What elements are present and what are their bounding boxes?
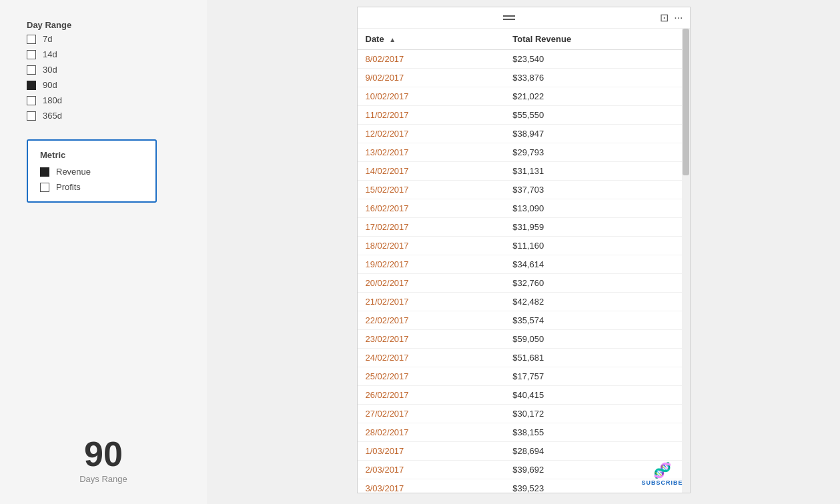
toolbar-lines-icon [503, 15, 515, 20]
right-panel: ⊡ ··· Date ▲ Total Revenue 8/02/2017$23,… [207, 0, 840, 504]
subscribe-badge: 🧬 SUBSCRIBE [641, 462, 683, 486]
table-row: 10/02/2017$21,022 [358, 87, 690, 106]
cell-date: 13/02/2017 [358, 143, 505, 162]
day-range-label-180d: 180d [43, 95, 62, 105]
metric-item-Profits[interactable]: Profits [40, 182, 143, 192]
day-range-checkbox-180d[interactable] [27, 96, 36, 105]
metric-section: Metric RevenueProfits [27, 139, 157, 203]
table-row: 27/02/2017$30,172 [358, 405, 690, 423]
cell-date: 2/03/2017 [358, 461, 505, 479]
days-summary: 90 Days Range [27, 410, 180, 484]
cell-date: 11/02/2017 [358, 106, 505, 125]
metric-label-Revenue: Revenue [56, 167, 91, 177]
day-range-checkbox-90d[interactable] [27, 81, 36, 90]
cell-revenue: $23,540 [504, 50, 689, 69]
table-toolbar: ⊡ ··· [358, 7, 690, 29]
cell-revenue: $32,760 [504, 274, 689, 293]
metric-checkbox-Profits[interactable] [40, 183, 49, 192]
cell-date: 22/02/2017 [358, 311, 505, 330]
table-row: 15/02/2017$37,703 [358, 181, 690, 199]
table-row: 21/02/2017$42,482 [358, 293, 690, 311]
cell-revenue: $35,574 [504, 311, 689, 330]
cell-revenue: $38,947 [504, 125, 689, 143]
day-range-checkbox-30d[interactable] [27, 65, 36, 75]
cell-date: 1/03/2017 [358, 442, 505, 461]
cell-date: 14/02/2017 [358, 162, 505, 181]
cell-revenue: $13,090 [504, 199, 689, 218]
cell-revenue: $37,703 [504, 181, 689, 199]
cell-date: 15/02/2017 [358, 181, 505, 199]
day-range-item-7d[interactable]: 7d [27, 34, 180, 44]
cell-revenue: $42,482 [504, 293, 689, 311]
cell-revenue: $40,415 [504, 386, 689, 405]
table-row: 26/02/2017$40,415 [358, 386, 690, 405]
cell-date: 24/02/2017 [358, 349, 505, 367]
table-row: 17/02/2017$31,959 [358, 218, 690, 237]
day-range-item-365d[interactable]: 365d [27, 111, 180, 121]
table-row: 8/02/2017$23,540 [358, 50, 690, 69]
cell-revenue: $28,694 [504, 442, 689, 461]
metric-item-Revenue[interactable]: Revenue [40, 167, 143, 177]
subscribe-text: SUBSCRIBE [641, 479, 683, 486]
cell-date: 23/02/2017 [358, 330, 505, 349]
table-row: 2/03/2017$39,692 [358, 461, 690, 479]
cell-date: 8/02/2017 [358, 50, 505, 69]
more-icon[interactable]: ··· [674, 12, 683, 24]
metric-title: Metric [40, 150, 143, 160]
metric-options: RevenueProfits [40, 167, 143, 192]
table-row: 13/02/2017$29,793 [358, 143, 690, 162]
day-range-item-30d[interactable]: 30d [27, 65, 180, 75]
day-range-label-365d: 365d [43, 111, 62, 121]
day-range-section: Day Range 7d14d30d90d180d365d [27, 20, 180, 121]
cell-date: 16/02/2017 [358, 199, 505, 218]
table-row: 19/02/2017$34,614 [358, 255, 690, 274]
cell-date: 9/02/2017 [358, 69, 505, 87]
cell-date: 21/02/2017 [358, 293, 505, 311]
day-range-label-14d: 14d [43, 49, 57, 59]
col-revenue: Total Revenue [504, 29, 689, 50]
day-range-item-180d[interactable]: 180d [27, 95, 180, 105]
days-number: 90 [27, 437, 180, 471]
cell-revenue: $55,550 [504, 106, 689, 125]
table-row: 1/03/2017$28,694 [358, 442, 690, 461]
metric-checkbox-Revenue[interactable] [40, 167, 49, 177]
table-row: 23/02/2017$59,050 [358, 330, 690, 349]
cell-date: 20/02/2017 [358, 274, 505, 293]
day-range-item-14d[interactable]: 14d [27, 49, 180, 59]
cell-revenue: $38,155 [504, 423, 689, 442]
cell-revenue: $33,876 [504, 69, 689, 87]
cell-revenue: $31,959 [504, 218, 689, 237]
day-range-label-30d: 30d [43, 65, 57, 75]
scrollbar-track[interactable] [682, 29, 690, 493]
day-range-checkbox-14d[interactable] [27, 50, 36, 59]
cell-date: 3/03/2017 [358, 479, 505, 493]
expand-icon[interactable]: ⊡ [660, 11, 669, 24]
table-row: 12/02/2017$38,947 [358, 125, 690, 143]
table-row: 16/02/2017$13,090 [358, 199, 690, 218]
scrollbar-thumb[interactable] [683, 29, 689, 175]
cell-date: 19/02/2017 [358, 255, 505, 274]
table-row: 18/02/2017$11,160 [358, 237, 690, 255]
table-row: 11/02/2017$55,550 [358, 106, 690, 125]
cell-revenue: $51,681 [504, 349, 689, 367]
cell-revenue: $21,022 [504, 87, 689, 106]
table-row: 20/02/2017$32,760 [358, 274, 690, 293]
table-scroll-area[interactable]: Date ▲ Total Revenue 8/02/2017$23,5409/0… [358, 29, 690, 493]
cell-revenue: $34,614 [504, 255, 689, 274]
cell-date: 12/02/2017 [358, 125, 505, 143]
sort-arrow: ▲ [389, 36, 396, 43]
table-row: 3/03/2017$39,523 [358, 479, 690, 493]
cell-revenue: $31,131 [504, 162, 689, 181]
col-date[interactable]: Date ▲ [358, 29, 505, 50]
cell-date: 18/02/2017 [358, 237, 505, 255]
table-container: ⊡ ··· Date ▲ Total Revenue 8/02/2017$23,… [357, 7, 691, 493]
metric-label-Profits: Profits [56, 182, 81, 192]
day-range-checkbox-7d[interactable] [27, 35, 36, 44]
day-range-item-90d[interactable]: 90d [27, 80, 180, 90]
day-range-title: Day Range [27, 20, 180, 30]
day-range-label-90d: 90d [43, 80, 57, 90]
table-body: 8/02/2017$23,5409/02/2017$33,87610/02/20… [358, 50, 690, 493]
subscribe-icon: 🧬 [653, 462, 671, 479]
table-row: 28/02/2017$38,155 [358, 423, 690, 442]
day-range-checkbox-365d[interactable] [27, 111, 36, 121]
